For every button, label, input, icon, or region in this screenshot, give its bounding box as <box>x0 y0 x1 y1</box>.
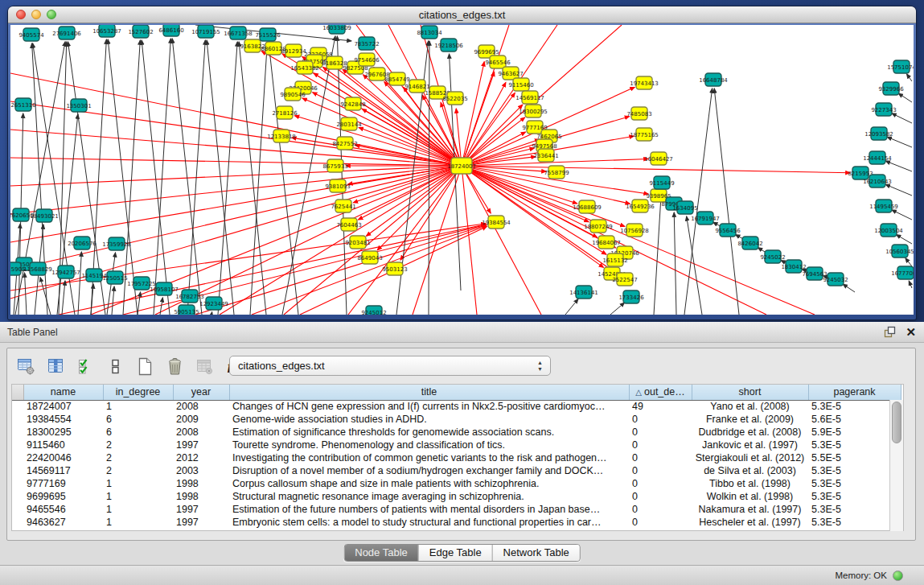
graph-node[interactable]: 8426042 <box>737 237 762 249</box>
table-cell[interactable]: 5.3E-5 <box>808 477 901 490</box>
table-row[interactable]: 946554611997Estimation of the future num… <box>12 503 901 516</box>
table-cell[interactable]: Genome-wide association studies in ADHD. <box>229 413 629 426</box>
table-cell[interactable]: 0 <box>629 464 692 477</box>
delete-button[interactable] <box>164 356 185 377</box>
table-cell[interactable]: 6 <box>103 426 173 439</box>
table-cell[interactable]: 5.6E-5 <box>808 413 901 426</box>
table-cell[interactable]: 18300295 <box>23 426 103 439</box>
table-cell[interactable]: 0 <box>629 439 692 451</box>
table-cell[interactable]: 18724007 <box>23 400 103 413</box>
table-cell[interactable]: 9777169 <box>23 477 103 490</box>
table-cell[interactable]: 22420046 <box>23 451 103 464</box>
graph-node[interactable]: 7625441 <box>331 200 355 212</box>
table-cell[interactable]: Embryonic stem cells: a model to study s… <box>229 516 629 529</box>
network-graph[interactable]: 9163822886012889129342322605898275051654… <box>10 25 914 315</box>
network-canvas-area[interactable]: 9163822886012889129342322605898275051654… <box>10 25 914 315</box>
table-cell[interactable]: Structural magnetic resonance image aver… <box>229 490 629 503</box>
graph-node[interactable]: 18724007 <box>447 158 476 174</box>
graph-node[interactable]: 1527602 <box>128 25 153 38</box>
graph-node[interactable]: 12942757 <box>51 266 80 278</box>
graph-node[interactable]: 2651310 <box>10 98 35 111</box>
tab-node-table[interactable]: Node Table <box>344 545 419 561</box>
graph-node[interactable]: 14136141 <box>569 286 598 299</box>
table-cell[interactable]: 9463627 <box>23 516 103 529</box>
graph-node[interactable]: 16549236 <box>626 200 655 212</box>
float-panel-icon[interactable] <box>884 326 896 338</box>
column-header[interactable]: name <box>23 385 103 400</box>
graph-node[interactable]: 5905135 <box>174 305 199 315</box>
graph-node[interactable]: 16791947 <box>691 212 720 225</box>
table-row[interactable]: 2242004622012Investigating the contribut… <box>12 451 901 464</box>
table-row[interactable]: 969969511998Structural magnetic resonanc… <box>12 490 901 503</box>
graph-node[interactable]: 16033809 <box>322 25 351 34</box>
table-row[interactable]: 1938455462009Genome-wide association stu… <box>12 413 901 426</box>
graph-node[interactable]: 10560345 <box>885 245 914 257</box>
graph-node[interactable]: 6486160 <box>158 25 183 36</box>
graph-node[interactable]: 10653287 <box>92 25 121 37</box>
tab-edge-table[interactable]: Edge Table <box>419 545 493 561</box>
rows-button[interactable] <box>105 356 125 377</box>
column-header[interactable]: year <box>173 385 229 400</box>
table-cell[interactable]: 2003 <box>173 464 229 477</box>
network-view-window[interactable]: citations_edges.txt 91638228860128891293… <box>8 6 916 319</box>
graph-node[interactable]: 9245012 <box>361 306 386 315</box>
table-cell[interactable]: Nakamura et al. (1997) <box>692 503 808 516</box>
graph-node[interactable]: 8649043 <box>357 251 382 264</box>
table-cell[interactable]: 2 <box>103 439 173 451</box>
tab-network-table[interactable]: Network Table <box>493 545 580 561</box>
toggle-columns-button[interactable] <box>45 356 66 377</box>
table-cell[interactable]: 2 <box>103 451 173 464</box>
graph-node[interactable]: 9381093 <box>325 179 350 192</box>
table-cell[interactable]: 2012 <box>173 451 229 464</box>
graph-node[interactable]: 15751074 <box>887 60 914 73</box>
graph-node[interactable]: 19218506 <box>434 39 463 51</box>
table-cell[interactable]: Hescheler et al. (1997) <box>692 516 808 529</box>
table-cell[interactable]: 19384554 <box>23 413 103 426</box>
table-row[interactable]: 911546021997Tourette syndrome. Phenomeno… <box>12 439 901 451</box>
graph-node[interactable]: 9329966 <box>878 82 904 95</box>
window-titlebar[interactable]: citations_edges.txt <box>8 6 916 23</box>
graph-node[interactable]: 12003504 <box>874 224 903 237</box>
table-cell[interactable]: Corpus callosum shape and size in male p… <box>229 477 629 490</box>
scrollbar-thumb[interactable] <box>892 402 901 443</box>
column-header[interactable]: pagerank <box>808 385 901 400</box>
table-cell[interactable]: 9115460 <box>23 439 103 451</box>
table-cell[interactable]: 5.3E-5 <box>808 439 901 451</box>
table-row[interactable]: 1872400712008Changes of HCN gene express… <box>12 400 901 413</box>
table-cell[interactable]: 5.3E-5 <box>808 400 901 413</box>
graph-node[interactable]: 27691406 <box>52 27 81 39</box>
table-cell[interactable]: 0 <box>629 413 692 426</box>
graph-node[interactable]: 9245022 <box>760 250 785 263</box>
table-cell[interactable]: 0 <box>629 451 692 464</box>
graph-node[interactable]: 1733426 <box>618 290 644 303</box>
table-cell[interactable]: 0 <box>629 477 692 490</box>
table-cell[interactable]: Changes of HCN gene expression and I(f) … <box>229 400 629 413</box>
vertical-scrollbar[interactable] <box>889 400 903 531</box>
graph-node[interactable]: 7835722 <box>354 37 379 50</box>
column-header[interactable]: title <box>229 385 629 400</box>
table-row[interactable]: 1830029562008Estimation of significance … <box>12 426 901 439</box>
graph-node[interactable]: 7485083 <box>626 107 651 120</box>
table-cell[interactable]: 49 <box>629 400 692 413</box>
graph-node[interactable]: 14569117 <box>515 91 544 104</box>
graph-node[interactable]: 7604463 <box>336 218 361 231</box>
table-cell[interactable]: 0 <box>629 503 692 516</box>
table-cell[interactable]: Stergiakouli et al. (2012) <box>692 451 808 464</box>
table-cell[interactable]: Estimation of the future numbers of pati… <box>229 503 629 516</box>
column-header[interactable]: short <box>692 385 808 400</box>
table-cell[interactable]: 1 <box>103 516 173 529</box>
table-cell[interactable]: Wolkin et al. (1998) <box>692 490 808 503</box>
table-cell[interactable]: 1 <box>103 477 173 490</box>
table-cell[interactable]: Dudbridge et al. (2008) <box>692 426 808 439</box>
table-cell[interactable]: 5.3E-5 <box>808 490 901 503</box>
select-columns-button[interactable] <box>75 356 96 377</box>
table-cell[interactable]: Estimation of significance thresholds fo… <box>229 426 629 439</box>
table-cell[interactable]: de Silva et al. (2003) <box>692 464 808 477</box>
graph-node[interactable]: 20206576 <box>68 237 97 249</box>
table-cell[interactable]: 1 <box>103 490 173 503</box>
table-cell[interactable]: 14569117 <box>23 464 103 477</box>
table-cell[interactable]: 1998 <box>173 490 229 503</box>
table-cell[interactable]: 6 <box>103 413 173 426</box>
graph-node[interactable]: 16648784 <box>699 73 728 86</box>
table-row[interactable]: 977716911998Corpus callosum shape and si… <box>12 477 901 490</box>
